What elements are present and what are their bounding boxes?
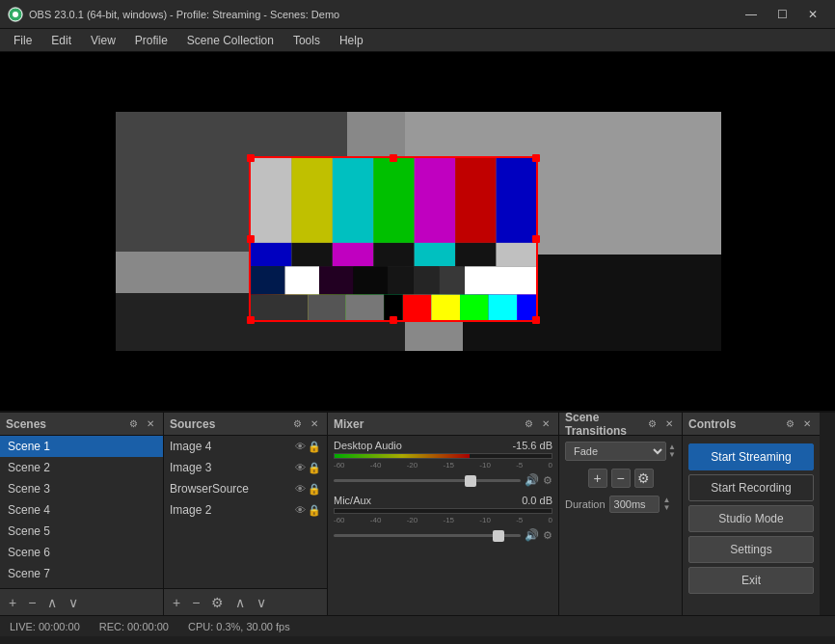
source-lock-icon[interactable]: 🔒 [308,504,321,517]
source-visibility-icon[interactable]: 👁 [295,483,306,496]
minimize-button[interactable]: — [737,5,766,24]
sources-close-icon[interactable]: ✕ [308,417,321,431]
scene-item-5[interactable]: Scene 5 [0,521,163,542]
source-item[interactable]: Image 3👁🔒 [164,457,327,478]
scene-up-button[interactable]: ∧ [44,593,60,612]
source-item[interactable]: Image 2👁🔒 [164,499,327,521]
scenes-panel-header: Scenes ⚙ ✕ [0,413,163,436]
mixer-config-icon[interactable]: ⚙ [522,417,535,431]
scene-item-7[interactable]: Scene 7 [0,563,163,584]
mixer-desktop-thumb[interactable] [465,475,476,487]
source-add-button[interactable]: + [170,593,183,612]
scenes-close-icon[interactable]: ✕ [144,417,157,431]
source-lock-icon[interactable]: 🔒 [308,441,321,453]
svg-rect-20 [319,266,354,294]
preview-right-black [721,52,835,411]
scene-item-2[interactable]: Scene 2 [0,457,163,478]
source-visibility-icon[interactable]: 👁 [295,504,306,517]
scene-item-6[interactable]: Scene 6 [0,542,163,563]
exit-button[interactable]: Exit [688,567,814,594]
handle-bc[interactable] [390,316,397,324]
settings-button[interactable]: Settings [688,536,814,563]
scenes-config-icon[interactable]: ⚙ [126,417,140,431]
scene-item-1[interactable]: Scene 1 [0,436,163,457]
maximize-button[interactable]: ☐ [768,5,796,24]
menu-help[interactable]: Help [330,32,373,49]
handle-tl[interactable] [247,154,255,162]
source-item[interactable]: Image 4👁🔒 [164,436,327,457]
color-bars[interactable] [249,156,538,322]
start-recording-button[interactable]: Start Recording [688,474,814,501]
statusbar: LIVE: 00:00:00 REC: 00:00:00 CPU: 0.3%, … [0,615,835,636]
menu-profile[interactable]: Profile [125,32,177,49]
preview-area [0,52,835,411]
source-settings-button[interactable]: ⚙ [208,593,227,612]
transition-settings-button[interactable]: ⚙ [634,469,654,488]
scene-item-3[interactable]: Scene 3 [0,478,163,499]
menu-edit[interactable]: Edit [41,32,81,49]
svg-rect-23 [414,266,440,294]
scenes-panel-icons: ⚙ ✕ [126,417,157,431]
preview-bottom-black [116,351,721,411]
source-remove-button[interactable]: − [189,593,202,612]
svg-rect-15 [455,243,496,266]
sources-panel-title: Sources [170,417,215,431]
svg-rect-22 [388,266,414,294]
source-up-button[interactable]: ∧ [232,593,248,612]
svg-rect-8 [455,158,496,243]
mixer-mic-mute[interactable]: 🔊 [525,528,539,542]
duration-down[interactable]: ▼ [663,504,671,512]
transitions-close-icon[interactable]: ✕ [662,417,676,431]
transitions-config-icon[interactable]: ⚙ [645,417,659,431]
start-streaming-button[interactable]: Start Streaming [688,443,814,470]
controls-panel-header: Controls ⚙ ✕ [683,413,820,436]
svg-rect-16 [497,243,536,266]
duration-input[interactable] [609,496,660,513]
scene-item-4[interactable]: Scene 4 [0,499,163,521]
menu-scene-collection[interactable]: Scene Collection [177,32,283,49]
handle-ml[interactable] [247,235,255,243]
menu-view[interactable]: View [81,32,125,49]
mixer-track-mic-header: Mic/Aux 0.0 dB [334,495,552,506]
mixer-mic-db: 0.0 dB [522,495,552,506]
source-down-button[interactable]: ∨ [254,593,269,612]
mixer-mic-thumb[interactable] [493,530,504,542]
transition-type-select[interactable]: Fade Cut Swipe [565,442,666,461]
scenes-panel-title: Scenes [6,417,46,431]
source-visibility-icon[interactable]: 👁 [295,441,306,453]
menu-file[interactable]: File [4,32,41,49]
controls-config-icon[interactable]: ⚙ [783,417,796,431]
handle-br[interactable] [532,316,540,324]
scene-down-button[interactable]: ∨ [66,593,81,612]
source-item-name: Image 2 [170,503,211,517]
handle-mr[interactable] [532,235,540,243]
mixer-mic-slider[interactable] [334,534,521,537]
mixer-desktop-mute[interactable]: 🔊 [525,473,539,487]
transition-remove-button[interactable]: − [611,469,631,488]
close-button[interactable]: ✕ [798,5,827,24]
transition-type-down[interactable]: ▼ [668,451,676,459]
controls-close-icon[interactable]: ✕ [800,417,814,431]
handle-bl[interactable] [247,316,255,324]
svg-rect-13 [373,243,414,266]
transition-add-button[interactable]: + [588,469,607,488]
scene-remove-button[interactable]: − [25,593,39,612]
source-lock-icon[interactable]: 🔒 [308,483,321,496]
handle-tr[interactable] [532,154,540,162]
mixer-desktop-slider[interactable] [334,479,521,482]
sources-config-icon[interactable]: ⚙ [290,417,304,431]
mixer-mic-name: Mic/Aux [334,495,371,506]
mixer-desktop-gear[interactable]: ⚙ [543,474,552,487]
studio-mode-button[interactable]: Studio Mode [688,505,814,532]
source-lock-icon[interactable]: 🔒 [308,462,321,474]
handle-tc[interactable] [390,154,397,162]
mixer-mic-gear[interactable]: ⚙ [543,529,552,542]
source-item[interactable]: BrowserSource👁🔒 [164,478,327,499]
transitions-panel-icons: ⚙ ✕ [645,417,676,431]
mixer-desktop-scale: -60-40-20-15-10-50 [334,461,552,470]
mixer-track-desktop: Desktop Audio -15.6 dB -60-40-20-15-10-5… [334,440,552,487]
scene-add-button[interactable]: + [6,593,19,612]
menu-tools[interactable]: Tools [283,32,330,49]
mixer-close-icon[interactable]: ✕ [539,417,552,431]
source-visibility-icon[interactable]: 👁 [295,462,306,474]
